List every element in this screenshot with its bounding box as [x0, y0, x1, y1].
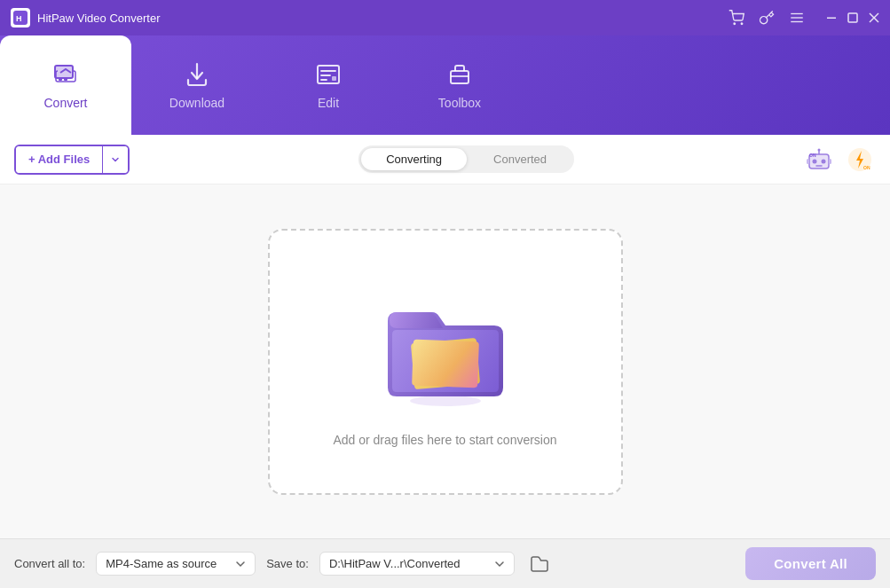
tab-convert-label: Convert	[43, 96, 87, 110]
robot-icon-btn[interactable]: ON	[803, 144, 835, 176]
app-title: HitPaw Video Converter	[37, 12, 161, 25]
title-bar-right	[729, 10, 879, 26]
save-path-value: D:\HitPaw V...r\Converted	[329, 557, 461, 570]
svg-rect-16	[332, 76, 336, 81]
bottom-bar: Convert all to: MP4-Same as source Save …	[0, 538, 890, 588]
main-content: Add or drag files here to start conversi…	[0, 184, 890, 538]
svg-rect-8	[848, 13, 857, 22]
svg-point-3	[741, 23, 743, 25]
toggle-tabs: Converting Converted	[144, 145, 789, 173]
tab-download-label: Download	[169, 96, 224, 110]
svg-text:H: H	[16, 14, 22, 23]
title-bar-left: H HitPaw Video Converter	[11, 8, 161, 27]
tab-edit-label: Edit	[318, 96, 339, 110]
add-files-main[interactable]: + Add Files	[16, 146, 103, 173]
svg-text:ON: ON	[809, 153, 816, 158]
tab-convert[interactable]: Convert	[0, 35, 131, 135]
svg-point-2	[734, 23, 736, 25]
svg-point-20	[813, 159, 817, 163]
toggle-group: Converting Converted	[358, 145, 574, 173]
svg-rect-24	[807, 159, 809, 164]
add-files-button[interactable]: + Add Files	[14, 145, 130, 175]
folder-browse-button[interactable]	[525, 550, 554, 578]
svg-rect-7	[827, 18, 836, 20]
tab-toolbox[interactable]: Toolbox	[394, 35, 525, 135]
title-bar: H HitPaw Video Converter	[0, 0, 890, 35]
save-path-select[interactable]: D:\HitPaw V...r\Converted	[319, 552, 515, 576]
svg-rect-14	[64, 78, 67, 81]
tab-edit[interactable]: Edit	[263, 35, 394, 135]
tab-toolbox-label: Toolbox	[438, 96, 481, 110]
format-select[interactable]: MP4-Same as source	[96, 552, 256, 576]
window-controls	[826, 12, 879, 23]
maximize-button[interactable]	[847, 12, 858, 23]
save-to-label: Save to:	[266, 557, 309, 570]
format-value: MP4-Same as source	[106, 557, 217, 570]
drop-zone[interactable]: Add or drag files here to start conversi…	[268, 229, 623, 495]
nav-bar: Convert Download Edit Toolbox	[0, 35, 890, 135]
add-files-label: + Add Files	[28, 153, 90, 166]
svg-point-21	[822, 159, 826, 163]
svg-point-31	[410, 396, 481, 406]
convert-all-to-label: Convert all to:	[14, 557, 85, 570]
menu-icon[interactable]	[789, 10, 805, 26]
folder-illustration	[374, 277, 516, 419]
svg-point-23	[818, 148, 821, 151]
chevron-down-icon	[235, 559, 246, 569]
converting-tab[interactable]: Converting	[361, 148, 467, 170]
key-icon[interactable]	[759, 10, 775, 26]
svg-rect-13	[59, 78, 62, 81]
close-button[interactable]	[869, 12, 879, 23]
tab-download[interactable]: Download	[131, 35, 263, 135]
svg-rect-25	[829, 159, 831, 164]
cart-icon[interactable]	[729, 10, 744, 26]
convert-all-button[interactable]: Convert All	[745, 547, 876, 580]
lightning-icon-btn[interactable]: ON	[844, 144, 876, 176]
drop-hint: Add or drag files here to start conversi…	[333, 433, 556, 447]
add-files-dropdown[interactable]	[103, 146, 128, 173]
svg-rect-30	[412, 339, 479, 388]
svg-rect-17	[451, 71, 469, 83]
svg-rect-15	[318, 66, 339, 83]
converted-tab[interactable]: Converted	[469, 148, 571, 170]
toolbar-right: ON ON	[803, 144, 876, 176]
svg-text:ON: ON	[863, 165, 870, 170]
app-logo: H	[11, 8, 30, 27]
toolbar: + Add Files Converting Converted O	[0, 135, 890, 184]
chevron-down-icon-2	[494, 559, 505, 569]
minimize-button[interactable]	[826, 12, 837, 23]
